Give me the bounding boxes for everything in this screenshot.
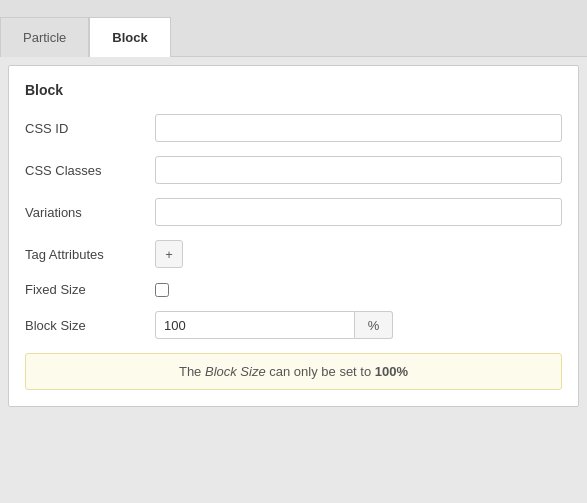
tab-block[interactable]: Block <box>89 17 170 57</box>
block-size-input-group: % <box>155 311 393 339</box>
tab-particle[interactable]: Particle <box>0 17 89 57</box>
css-classes-label: CSS Classes <box>25 163 155 178</box>
info-text-before: The <box>179 364 205 379</box>
css-classes-row: CSS Classes <box>25 156 562 184</box>
css-id-label: CSS ID <box>25 121 155 136</box>
css-id-input[interactable] <box>155 114 562 142</box>
fixed-size-row: Fixed Size <box>25 282 562 297</box>
tag-attributes-row: Tag Attributes + <box>25 240 562 268</box>
fixed-size-checkbox[interactable] <box>155 283 169 297</box>
info-italic: Block Size <box>205 364 266 379</box>
block-size-input[interactable] <box>155 311 355 339</box>
css-id-row: CSS ID <box>25 114 562 142</box>
tag-attributes-add-button[interactable]: + <box>155 240 183 268</box>
tabs-bar: Particle Block <box>0 0 587 57</box>
percent-button[interactable]: % <box>355 311 393 339</box>
block-size-label: Block Size <box>25 318 155 333</box>
info-bar: The Block Size can only be set to 100% <box>25 353 562 390</box>
css-classes-input[interactable] <box>155 156 562 184</box>
fixed-size-label: Fixed Size <box>25 282 155 297</box>
variations-label: Variations <box>25 205 155 220</box>
section-title: Block <box>25 82 562 98</box>
variations-input[interactable] <box>155 198 562 226</box>
info-bold: 100% <box>375 364 408 379</box>
main-content: Block CSS ID CSS Classes Variations Tag … <box>8 65 579 407</box>
block-size-row: Block Size % <box>25 311 562 339</box>
variations-row: Variations <box>25 198 562 226</box>
info-text-middle: can only be set to <box>266 364 375 379</box>
tag-attributes-label: Tag Attributes <box>25 247 155 262</box>
